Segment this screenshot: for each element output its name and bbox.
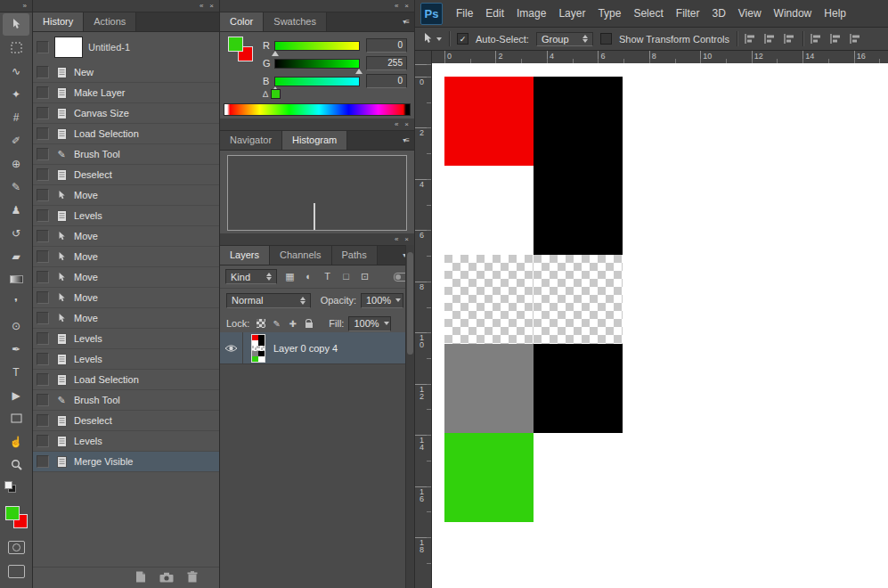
quick-mask-mode-icon[interactable] [8,541,25,554]
history-item[interactable]: Levels [33,329,219,349]
snapshot-row[interactable]: Untitled-1 [33,32,219,62]
panel-scrollbar[interactable] [405,245,414,588]
menu-edit[interactable]: Edit [479,0,510,27]
rectangle-tool[interactable] [3,407,29,429]
history-brush-source-well[interactable] [37,332,49,345]
lock-move-icon[interactable]: ✚ [286,319,299,329]
history-brush-source-well[interactable] [37,107,49,119]
menu-file[interactable]: File [450,0,479,27]
history-brush-source-well[interactable] [37,414,49,427]
clone-stamp-tool[interactable]: ♟ [3,199,29,221]
new-snapshot-button[interactable] [159,572,174,584]
expand-panel-icon[interactable]: » [23,0,27,12]
menu-3d[interactable]: 3D [705,0,731,27]
lock-transparency-icon[interactable] [254,319,267,328]
gamut-warning[interactable]: ∆ [263,89,281,99]
align-vertical-centers-icon[interactable] [764,34,776,44]
tab-layers[interactable]: Layers [220,246,270,265]
menu-help[interactable]: Help [818,0,852,27]
history-brush-source-well[interactable] [37,41,49,53]
history-brush-tool[interactable]: ↺ [3,222,29,244]
close-panel-icon[interactable]: × [404,233,409,245]
align-bottom-edges-icon[interactable] [784,34,795,44]
history-brush-source-well[interactable] [37,230,49,242]
history-item[interactable]: Deselect [33,411,219,431]
quick-selection-tool[interactable]: ✦ [3,83,29,105]
history-item[interactable]: Move [33,185,219,206]
rectangular-marquee-tool[interactable] [3,37,29,59]
channel-value-field[interactable]: 0 [366,74,407,88]
collapse-panel-icon[interactable]: « [395,233,398,245]
menu-filter[interactable]: Filter [670,0,706,27]
canvas-area[interactable] [432,63,888,588]
tab-histogram[interactable]: Histogram [282,131,347,150]
history-item[interactable]: ✎Brush Tool [33,144,219,165]
auto-select-target-select[interactable]: Group [536,32,593,46]
history-item[interactable]: Move [33,247,219,267]
delete-state-button[interactable] [187,571,198,584]
menu-image[interactable]: Image [510,0,552,27]
menu-window[interactable]: Window [768,0,819,27]
tab-color[interactable]: Color [220,12,264,31]
history-item[interactable]: Load Selection [33,370,219,390]
gradient-tool[interactable] [3,268,29,290]
history-brush-source-well[interactable] [37,271,49,283]
history-brush-source-well[interactable] [37,373,49,386]
show-transform-checkbox[interactable] [600,33,612,45]
fill-select[interactable]: 100% [348,316,391,331]
tab-actions[interactable]: Actions [84,12,136,31]
filter-pixel-layers-icon[interactable]: ▦ [282,271,297,282]
move-tool-options-icon[interactable] [422,33,442,45]
lock-paint-icon[interactable]: ✎ [270,319,283,329]
collapse-panel-icon[interactable]: « [200,0,203,12]
color-spectrum-bar[interactable] [224,103,411,116]
foreground-color-swatch[interactable] [228,37,243,52]
align-top-edges-icon[interactable] [745,34,756,44]
foreground-color-swatch[interactable] [5,506,20,520]
history-brush-source-well[interactable] [37,127,49,140]
history-brush-source-well[interactable] [37,394,49,406]
blend-mode-select[interactable]: Normal [226,293,311,308]
tab-navigator[interactable]: Navigator [220,131,282,150]
channel-slider-b[interactable] [274,77,360,86]
healing-brush-tool[interactable]: ⊕ [3,152,29,175]
close-panel-icon[interactable]: × [404,0,409,12]
menu-type[interactable]: Type [591,0,627,27]
blur-tool[interactable]: ❜ [3,291,29,314]
tab-swatches[interactable]: Swatches [264,12,327,31]
history-brush-source-well[interactable] [37,209,49,222]
hand-tool[interactable]: ☝ [3,430,29,453]
move-tool[interactable] [3,13,29,36]
channel-value-field[interactable]: 0 [366,38,407,53]
history-item[interactable]: Levels [33,206,219,226]
document-canvas[interactable] [444,77,623,522]
dodge-tool[interactable]: ⊙ [3,314,29,337]
horizontal-ruler[interactable]: 0246810121416 [432,51,888,64]
panel-menu-icon[interactable]: ▾≡ [403,136,414,144]
gamut-swatch[interactable] [271,89,281,99]
menu-select[interactable]: Select [627,0,669,27]
filter-kind-select[interactable]: Kind [225,269,277,284]
new-document-from-state-button[interactable] [135,571,146,584]
history-item[interactable]: Levels [33,431,219,452]
channel-value-field[interactable]: 255 [366,56,407,70]
history-brush-source-well[interactable] [37,353,49,365]
path-selection-tool[interactable]: ▶ [3,384,29,406]
screen-mode-icon[interactable] [8,565,25,578]
history-brush-source-well[interactable] [37,291,49,304]
channel-slider-r[interactable] [274,41,360,51]
type-tool[interactable]: T [3,361,29,383]
history-brush-source-well[interactable] [37,250,49,263]
history-brush-source-well[interactable] [37,168,49,181]
filter-type-layers-icon[interactable]: T [320,271,335,282]
lock-all-icon[interactable] [302,319,315,328]
history-item[interactable]: Merge Visible [33,452,219,472]
history-item[interactable]: Move [33,308,219,329]
default-colors-icon[interactable] [4,481,16,493]
menu-view[interactable]: View [732,0,768,27]
history-brush-source-well[interactable] [37,66,49,78]
auto-select-checkbox[interactable]: ✓ [457,33,468,45]
pen-tool[interactable]: ✒ [3,338,29,360]
tab-history[interactable]: History [33,12,84,31]
history-item[interactable]: ✎Brush Tool [33,390,219,411]
